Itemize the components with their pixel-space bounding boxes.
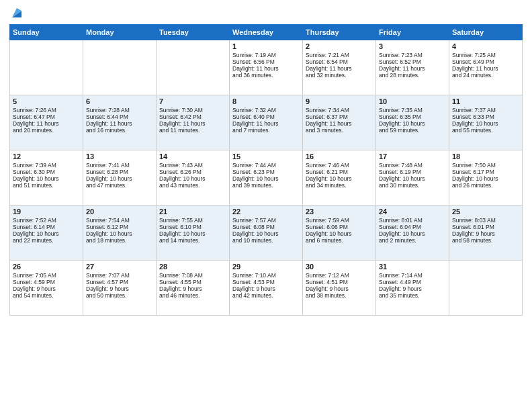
calendar-cell: 10Sunrise: 7:35 AMSunset: 6:35 PMDayligh… [376, 95, 449, 150]
day-info: and 34 minutes. [306, 182, 373, 189]
day-number: 4 [452, 42, 519, 50]
day-number: 5 [13, 97, 80, 105]
day-info: and 22 minutes. [13, 237, 80, 244]
calendar-cell [83, 40, 157, 95]
day-info: Daylight: 10 hours [159, 175, 226, 182]
day-info: Sunrise: 7:19 AM [232, 52, 300, 58]
day-info: Sunrise: 7:34 AM [306, 107, 373, 113]
day-info: Sunset: 6:10 PM [159, 224, 226, 230]
week-row-3: 12Sunrise: 7:39 AMSunset: 6:30 PMDayligh… [10, 150, 523, 205]
day-info: Sunrise: 7:21 AM [306, 52, 373, 58]
day-number: 2 [306, 42, 373, 50]
day-info: and 18 minutes. [86, 237, 153, 244]
day-info: Daylight: 11 hours [306, 120, 373, 127]
day-info: Sunrise: 7:14 AM [379, 272, 446, 279]
day-info: and 30 minutes. [379, 182, 446, 189]
day-info: and 42 minutes. [232, 292, 300, 299]
day-info: Daylight: 9 hours [452, 230, 519, 237]
day-info: Daylight: 10 hours [86, 230, 153, 237]
day-info: Sunset: 6:35 PM [379, 113, 446, 120]
calendar-cell: 8Sunrise: 7:32 AMSunset: 6:40 PMDaylight… [230, 95, 303, 150]
day-number: 16 [306, 152, 373, 161]
day-info: Daylight: 10 hours [13, 175, 80, 182]
day-number: 15 [232, 152, 300, 161]
day-info: Sunrise: 7:37 AM [452, 107, 519, 113]
day-info: Sunset: 6:28 PM [86, 169, 153, 175]
day-info: Daylight: 10 hours [86, 175, 153, 182]
calendar-cell: 23Sunrise: 7:59 AMSunset: 6:06 PMDayligh… [303, 205, 376, 261]
day-info: and 55 minutes. [452, 127, 519, 134]
day-info: and 47 minutes. [86, 182, 153, 189]
day-info: Daylight: 11 hours [232, 120, 300, 127]
calendar-cell: 16Sunrise: 7:46 AMSunset: 6:21 PMDayligh… [303, 150, 376, 205]
day-info: Sunset: 6:26 PM [159, 169, 226, 175]
day-info: Daylight: 10 hours [159, 230, 226, 237]
calendar-cell: 15Sunrise: 7:44 AMSunset: 6:23 PMDayligh… [230, 150, 303, 205]
day-info: Daylight: 9 hours [159, 285, 226, 292]
day-info: Sunrise: 7:35 AM [379, 107, 446, 113]
calendar-cell: 18Sunrise: 7:50 AMSunset: 6:17 PMDayligh… [449, 150, 523, 205]
day-info: Sunset: 6:37 PM [306, 113, 373, 120]
day-info: and 50 minutes. [86, 292, 153, 299]
day-info: Sunset: 6:47 PM [13, 113, 80, 120]
day-info: Sunrise: 7:23 AM [379, 52, 446, 58]
day-info: Sunrise: 7:10 AM [232, 272, 300, 279]
header-cell-monday: Monday [83, 25, 157, 40]
calendar-cell: 13Sunrise: 7:41 AMSunset: 6:28 PMDayligh… [83, 150, 157, 205]
day-info: Sunrise: 7:28 AM [86, 107, 153, 113]
day-info: Sunrise: 7:44 AM [232, 162, 300, 169]
day-info: Daylight: 11 hours [86, 120, 153, 127]
day-number: 22 [232, 208, 300, 216]
day-info: and 14 minutes. [159, 237, 226, 244]
day-info: and 7 minutes. [232, 127, 300, 134]
day-info: and 6 minutes. [306, 237, 373, 244]
day-info: Daylight: 10 hours [379, 175, 446, 182]
day-info: and 11 minutes. [159, 127, 226, 134]
day-info: Daylight: 10 hours [452, 120, 519, 127]
calendar-cell [449, 261, 523, 316]
calendar-cell: 21Sunrise: 7:55 AMSunset: 6:10 PMDayligh… [157, 205, 230, 261]
day-info: Sunrise: 7:08 AM [159, 272, 226, 279]
day-info: and 58 minutes. [452, 237, 519, 244]
calendar-cell: 31Sunrise: 7:14 AMSunset: 4:49 PMDayligh… [376, 261, 449, 316]
day-info: and 10 minutes. [232, 237, 300, 244]
week-row-5: 26Sunrise: 7:05 AMSunset: 4:59 PMDayligh… [10, 261, 523, 316]
day-info: and 39 minutes. [232, 182, 300, 189]
day-info: Sunset: 6:56 PM [232, 58, 300, 65]
day-info: Sunset: 6:21 PM [306, 169, 373, 175]
day-number: 18 [452, 152, 519, 161]
day-info: Daylight: 9 hours [379, 285, 446, 292]
day-number: 30 [306, 263, 373, 271]
day-info: Daylight: 10 hours [13, 230, 80, 237]
day-number: 11 [452, 97, 519, 105]
day-number: 26 [13, 263, 80, 271]
calendar-cell: 27Sunrise: 7:07 AMSunset: 4:57 PMDayligh… [83, 261, 157, 316]
day-number: 28 [159, 263, 226, 271]
day-info: and 20 minutes. [13, 127, 80, 134]
day-info: Sunrise: 7:59 AM [306, 217, 373, 224]
day-info: Sunset: 4:53 PM [232, 279, 300, 285]
day-info: Sunset: 6:44 PM [86, 113, 153, 120]
calendar-cell [10, 40, 83, 95]
day-info: Daylight: 11 hours [232, 65, 300, 72]
day-info: Daylight: 10 hours [232, 230, 300, 237]
day-info: Sunset: 6:12 PM [86, 224, 153, 230]
calendar-cell: 20Sunrise: 7:54 AMSunset: 6:12 PMDayligh… [83, 205, 157, 261]
day-info: Daylight: 9 hours [306, 285, 373, 292]
day-info: and 38 minutes. [306, 292, 373, 299]
logo-icon [11, 5, 23, 20]
calendar-cell: 5Sunrise: 7:26 AMSunset: 6:47 PMDaylight… [10, 95, 83, 150]
day-info: and 54 minutes. [13, 292, 80, 299]
day-info: Sunset: 4:51 PM [306, 279, 373, 285]
logo [9, 7, 23, 20]
day-info: Sunrise: 7:50 AM [452, 162, 519, 169]
day-info: Sunrise: 7:25 AM [452, 52, 519, 58]
day-info: Sunset: 6:06 PM [306, 224, 373, 230]
day-info: Sunrise: 7:07 AM [86, 272, 153, 279]
day-number: 1 [232, 42, 300, 50]
day-info: and 3 minutes. [306, 127, 373, 134]
day-info: Sunrise: 7:43 AM [159, 162, 226, 169]
header [9, 7, 523, 20]
day-info: Sunrise: 8:03 AM [452, 217, 519, 224]
day-info: Daylight: 11 hours [159, 120, 226, 127]
